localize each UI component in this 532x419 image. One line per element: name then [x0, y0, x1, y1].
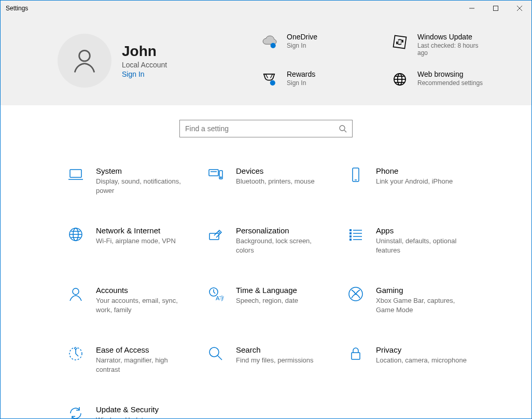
category-accounts[interactable]: Accounts Your accounts, email, sync, wor… — [67, 286, 202, 314]
laptop-icon — [67, 166, 85, 184]
close-button[interactable] — [508, 1, 531, 16]
category-sub: Background, lock screen, colors — [236, 236, 329, 255]
svg-point-11 — [340, 125, 345, 131]
rewards-icon — [260, 70, 278, 89]
hero-card-sub: Sign In — [287, 79, 315, 87]
category-title: Apps — [376, 226, 469, 235]
category-personalization[interactable]: Personalization Background, lock screen,… — [207, 226, 342, 255]
hero-card-rewards[interactable]: Rewards Sign In — [260, 70, 380, 89]
paint-icon — [207, 226, 225, 244]
category-sub: Narrator, magnifier, high contrast — [96, 356, 189, 374]
hero-card-onedrive[interactable]: OneDrive Sign In — [260, 33, 380, 57]
lock-icon — [347, 345, 365, 363]
category-sub: Bluetooth, printers, mouse — [236, 177, 315, 186]
minimize-button[interactable] — [460, 1, 484, 16]
category-privacy[interactable]: Privacy Location, camera, microphone — [347, 345, 482, 374]
svg-point-5 — [271, 43, 276, 48]
svg-rect-37 — [349, 239, 352, 241]
hero-card-title: OneDrive — [287, 33, 317, 41]
categories-grid: System Display, sound, notifications, po… — [1, 143, 531, 419]
category-title: Personalization — [236, 226, 329, 235]
hero-panel: John Local Account Sign In OneDrive Sign… — [1, 16, 531, 105]
search-area — [1, 105, 531, 143]
avatar — [58, 34, 111, 88]
category-title: Gaming — [376, 286, 469, 295]
category-devices[interactable]: Devices Bluetooth, printers, mouse — [207, 166, 342, 195]
svg-point-4 — [79, 50, 90, 61]
profile-signin-link[interactable]: Sign In — [122, 70, 167, 78]
category-search[interactable]: Search Find my files, permissions — [207, 345, 342, 374]
hero-card-web-browsing[interactable]: Web browsing Recommended settings — [390, 70, 511, 89]
svg-point-43 — [209, 347, 219, 357]
category-title: Network & Internet — [96, 226, 176, 235]
svg-rect-15 — [209, 170, 218, 176]
time-language-icon: A字 — [207, 286, 225, 303]
svg-point-38 — [73, 288, 79, 295]
apps-icon — [347, 226, 365, 244]
profile-text: John Local Account Sign In — [122, 43, 167, 78]
svg-rect-13 — [70, 170, 81, 177]
search-input[interactable] — [185, 124, 339, 133]
svg-rect-35 — [349, 232, 352, 234]
globe-icon — [67, 226, 85, 244]
svg-point-17 — [220, 177, 221, 178]
svg-rect-6 — [394, 36, 407, 49]
category-gaming[interactable]: Gaming Xbox Game Bar, captures, Game Mod… — [347, 286, 482, 314]
category-network[interactable]: Network & Internet Wi-Fi, airplane mode,… — [67, 226, 202, 255]
hero-card-title: Windows Update — [417, 33, 485, 41]
xbox-icon — [347, 286, 365, 303]
cloud-icon — [260, 33, 278, 51]
category-sub: Uninstall, defaults, optional features — [376, 236, 469, 255]
category-title: Devices — [236, 166, 315, 175]
category-sub: Your accounts, email, sync, work, family — [96, 296, 189, 314]
svg-rect-34 — [349, 229, 352, 231]
sync-icon — [390, 33, 409, 51]
category-ease-of-access[interactable]: Ease of Access Narrator, magnifier, high… — [67, 345, 202, 374]
svg-text:A字: A字 — [216, 295, 224, 301]
titlebar: Settings — [1, 1, 531, 16]
category-title: Accounts — [96, 286, 189, 295]
profile-name: John — [122, 43, 167, 60]
window-title: Settings — [6, 5, 28, 12]
hero-cards: OneDrive Sign In Windows Update Last che… — [244, 33, 511, 89]
category-sub: Windows Update, recovery, backup — [96, 415, 189, 419]
search-box[interactable] — [179, 120, 353, 137]
category-sub: Wi-Fi, airplane mode, VPN — [96, 236, 176, 246]
category-title: System — [96, 166, 189, 175]
category-phone[interactable]: Phone Link your Android, iPhone — [347, 166, 482, 195]
category-sub: Xbox Game Bar, captures, Game Mode — [376, 296, 469, 314]
search-icon — [207, 345, 225, 363]
maximize-button[interactable] — [484, 1, 508, 16]
svg-rect-19 — [353, 168, 359, 181]
category-title: Update & Security — [96, 405, 189, 414]
hero-card-windows-update[interactable]: Windows Update Last checked: 8 hours ago — [390, 33, 511, 57]
category-title: Phone — [376, 166, 453, 175]
category-system[interactable]: System Display, sound, notifications, po… — [67, 166, 202, 195]
person-icon — [69, 45, 100, 76]
profile-block: John Local Account Sign In — [58, 34, 244, 88]
svg-point-7 — [270, 80, 275, 86]
category-title: Search — [236, 345, 314, 354]
window-controls — [460, 1, 531, 16]
category-update-security[interactable]: Update & Security Windows Update, recove… — [67, 405, 202, 419]
hero-card-sub: Recommended settings — [417, 79, 483, 87]
category-title: Privacy — [376, 345, 467, 354]
update-icon — [67, 405, 85, 419]
profile-account-type: Local Account — [122, 61, 167, 69]
category-sub: Link your Android, iPhone — [376, 177, 453, 186]
person-icon — [67, 286, 85, 303]
category-sub: Speech, region, date — [236, 296, 298, 305]
category-time-language[interactable]: A字 Time & Language Speech, region, date — [207, 286, 342, 314]
category-title: Ease of Access — [96, 345, 189, 354]
hero-card-title: Rewards — [287, 70, 315, 78]
category-title: Time & Language — [236, 286, 298, 295]
search-icon — [339, 124, 347, 133]
svg-rect-45 — [352, 353, 360, 359]
devices-icon — [207, 166, 225, 184]
hero-card-title: Web browsing — [417, 70, 483, 78]
category-apps[interactable]: Apps Uninstall, defaults, optional featu… — [347, 226, 482, 255]
svg-line-12 — [344, 130, 346, 132]
hero-card-sub: Sign In — [287, 42, 317, 49]
category-sub: Location, camera, microphone — [376, 356, 467, 365]
svg-rect-36 — [349, 235, 352, 238]
